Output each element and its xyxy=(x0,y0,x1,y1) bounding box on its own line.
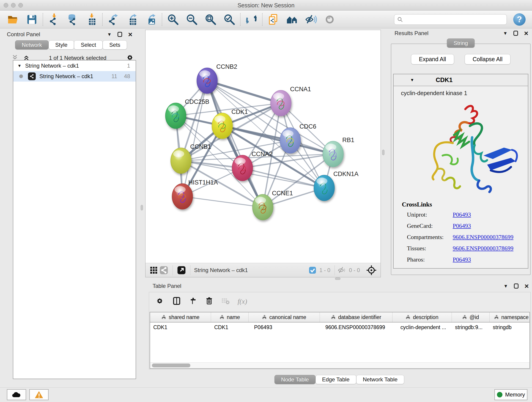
birdseye-crosshair-icon[interactable] xyxy=(365,264,377,276)
column-header-label: namespace xyxy=(501,314,529,320)
zoom-out-icon[interactable] xyxy=(185,13,198,26)
control-panel-float-icon[interactable] xyxy=(118,32,122,37)
node-CDKN1A[interactable]: CDKN1A xyxy=(314,171,359,201)
memory-button[interactable]: Memory xyxy=(494,389,527,400)
table-cell[interactable]: CDK1 xyxy=(211,322,249,332)
table-cell[interactable]: 9606.ENSP00000378699 xyxy=(320,322,393,332)
cloud-status-button[interactable] xyxy=(7,389,26,400)
crosslink-link[interactable]: P06493 xyxy=(453,256,471,263)
crosslink-link[interactable]: 9606.ENSP00000378699 xyxy=(453,245,513,252)
table-cell[interactable]: stringdb:9... xyxy=(452,322,490,332)
node-CCNA1[interactable]: CCNA1 xyxy=(271,86,311,116)
node-HIST1H1A[interactable]: HIST1H1A xyxy=(172,179,218,209)
houses-icon[interactable] xyxy=(285,13,299,26)
warning-status-button[interactable] xyxy=(29,389,49,400)
import-network-icon[interactable] xyxy=(47,13,60,26)
results-panel-close-icon[interactable]: × xyxy=(524,30,528,37)
collection-row[interactable]: ▼ String Network – cdk1 1 xyxy=(13,61,136,71)
table-panel-float-icon[interactable] xyxy=(514,283,519,288)
tab-network[interactable]: Network xyxy=(15,40,49,50)
save-icon[interactable] xyxy=(25,13,38,26)
zoom-selected-icon[interactable] xyxy=(223,13,236,26)
table-cell[interactable]: cyclin-dependent ... xyxy=(393,322,452,332)
control-panel-close-icon[interactable]: × xyxy=(128,31,133,38)
column-header-label: canonical name xyxy=(269,314,306,320)
crosslink-link[interactable]: P06493 xyxy=(453,223,471,230)
collection-expander-icon[interactable]: ▼ xyxy=(17,64,22,68)
export-network-icon[interactable] xyxy=(107,13,120,26)
grid-view-icon[interactable] xyxy=(149,265,159,275)
open-external-icon[interactable] xyxy=(177,265,186,275)
search-box[interactable] xyxy=(394,14,507,25)
control-panel-collapse-icon[interactable]: ▼ xyxy=(107,32,112,37)
node-label-CDC6: CDC6 xyxy=(299,123,317,130)
column-header-name[interactable]: name xyxy=(211,313,249,322)
column-header-description[interactable]: description xyxy=(393,313,452,322)
column-header--id[interactable]: @id xyxy=(452,313,490,322)
column-header-label: description xyxy=(413,314,438,320)
hidden-eye-icon[interactable] xyxy=(336,265,347,275)
left-splitter-handle[interactable] xyxy=(141,205,143,211)
tab-style[interactable]: Style xyxy=(49,40,74,50)
tab-network-table[interactable]: Network Table xyxy=(356,375,404,384)
node-table[interactable]: shared namenamecanonical namedatabase id… xyxy=(150,312,530,369)
zoom-fit-icon[interactable] xyxy=(204,13,217,26)
edge-CCNB2-CCNA1[interactable] xyxy=(207,81,281,103)
edge-HIST1H1A-CCNE1[interactable] xyxy=(182,196,263,207)
collapse-all-button[interactable]: Collapse All xyxy=(465,54,511,64)
export-table-icon[interactable] xyxy=(126,13,139,26)
gene-section-expander-icon[interactable]: ▼ xyxy=(410,78,414,83)
tab-edge-table[interactable]: Edge Table xyxy=(316,375,356,384)
table-panel-close-icon[interactable]: × xyxy=(525,282,529,290)
open-folder-icon[interactable] xyxy=(6,13,20,26)
table-cell[interactable]: P06493 xyxy=(249,322,320,332)
horizontal-splitter-handle[interactable] xyxy=(335,278,341,280)
column-header-canonical-name[interactable]: canonical name xyxy=(249,313,320,322)
tab-node-table[interactable]: Node Table xyxy=(274,375,316,384)
results-panel-float-icon[interactable] xyxy=(513,31,518,36)
crosslink-link[interactable]: 9606.ENSP00000378699 xyxy=(453,234,513,241)
node-RB1[interactable]: RB1 xyxy=(323,137,355,167)
expand-all-button[interactable]: Expand All xyxy=(411,54,454,64)
tab-sets[interactable]: Sets xyxy=(103,40,127,50)
refresh-icon[interactable] xyxy=(245,13,258,26)
help-button[interactable]: ? xyxy=(513,13,526,26)
table-horizontal-scrollbar[interactable] xyxy=(150,362,530,368)
tab-string[interactable]: String xyxy=(447,38,475,48)
function-builder-icon: f(x) xyxy=(238,298,247,305)
show-columns-icon[interactable] xyxy=(172,296,181,306)
results-panel-collapse-icon[interactable]: ▼ xyxy=(503,31,508,36)
zoom-in-icon[interactable] xyxy=(166,13,180,26)
table-cell[interactable]: CDK1 xyxy=(150,322,211,332)
export-image-icon[interactable] xyxy=(144,13,158,26)
network-edge-count: 48 xyxy=(124,73,130,80)
column-header-shared-name[interactable]: shared name xyxy=(150,313,211,322)
eye-slash-icon[interactable] xyxy=(304,13,317,26)
selected-checkbox-icon[interactable] xyxy=(308,266,317,275)
node-CCNB1[interactable]: CCNB1 xyxy=(171,143,211,173)
network-canvas[interactable]: CCNB2 CCNA1 CDC25B CDK1 CDC6 RB1 CCNB1 C… xyxy=(146,30,380,263)
network-share-icon[interactable] xyxy=(159,265,169,275)
import-database-icon[interactable] xyxy=(66,13,79,26)
search-input[interactable] xyxy=(405,16,504,23)
gray-ring-icon[interactable] xyxy=(323,13,336,26)
table-panel-collapse-icon[interactable]: ▼ xyxy=(504,284,508,288)
gene-section-header[interactable]: ▼ CDK1 xyxy=(394,74,528,86)
create-column-icon[interactable] xyxy=(189,297,197,306)
table-row[interactable]: CDK1CDK1P064939606.ENSP00000378699cyclin… xyxy=(150,322,530,332)
column-header-namespace[interactable]: namespace xyxy=(490,313,530,322)
node-CCNE1[interactable]: CCNE1 xyxy=(253,190,293,220)
table-options-gear-icon[interactable] xyxy=(155,296,164,306)
scrollbar-thumb[interactable] xyxy=(152,364,190,367)
right-splitter-handle[interactable] xyxy=(382,150,385,155)
tab-select[interactable]: Select xyxy=(74,40,103,50)
node-CCNA2[interactable]: CCNA2 xyxy=(232,151,273,181)
delete-column-trash-icon[interactable] xyxy=(205,297,213,306)
network-row[interactable]: String Network – cdk1 11 48 xyxy=(13,71,136,82)
duplicate-pages-icon[interactable] xyxy=(267,13,280,26)
table-cell[interactable]: stringdb xyxy=(490,322,530,332)
crosslink-link[interactable]: P06493 xyxy=(453,211,471,218)
node-CDC25B[interactable]: CDC25B xyxy=(165,98,209,128)
column-header-database-identifier[interactable]: database identifier xyxy=(320,313,393,322)
import-table-icon[interactable] xyxy=(85,13,98,26)
